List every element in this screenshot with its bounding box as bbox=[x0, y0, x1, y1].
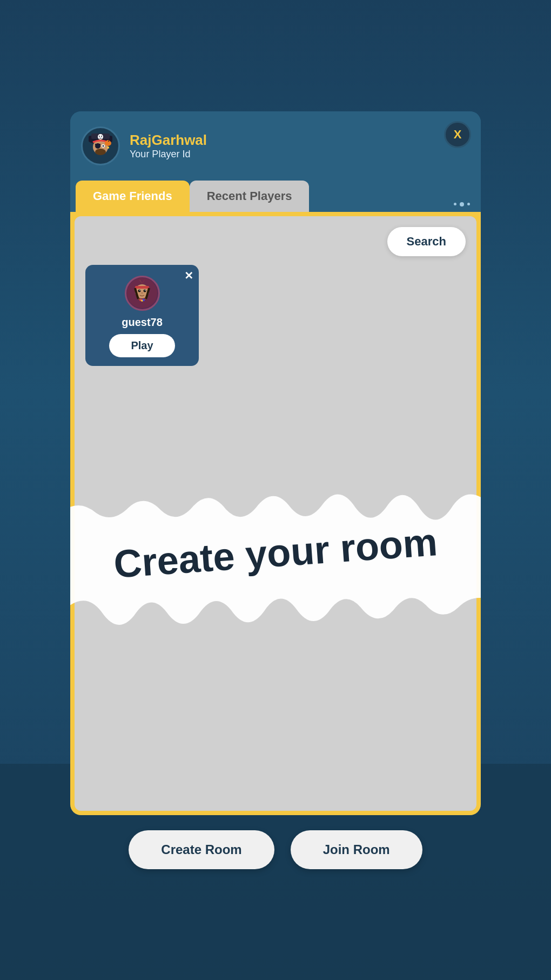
svg-point-20 bbox=[138, 290, 141, 292]
friend-avatar bbox=[125, 276, 160, 311]
tab-game-friends[interactable]: Game Friends bbox=[76, 181, 190, 212]
svg-point-11 bbox=[102, 145, 104, 147]
modal-header: RajGarhwal Your Player Id bbox=[70, 111, 481, 181]
torn-paper-wrapper: Create your room bbox=[75, 478, 476, 629]
svg-point-15 bbox=[106, 140, 110, 143]
svg-point-13 bbox=[107, 146, 109, 149]
svg-point-16 bbox=[108, 141, 109, 142]
svg-point-6 bbox=[101, 136, 102, 137]
svg-point-27 bbox=[143, 299, 145, 301]
dot-2 bbox=[460, 202, 464, 206]
close-icon: X bbox=[454, 128, 462, 142]
modal: X bbox=[70, 111, 481, 815]
create-room-button[interactable]: Create Room bbox=[129, 830, 274, 869]
svg-point-23 bbox=[145, 290, 146, 291]
player-id-label: Your Player Id bbox=[130, 149, 207, 160]
card-close-button[interactable]: ✕ bbox=[184, 270, 193, 281]
svg-point-12 bbox=[95, 149, 106, 155]
tabs-container: Game Friends Recent Players bbox=[70, 181, 481, 212]
header-text: RajGarhwal Your Player Id bbox=[130, 132, 207, 160]
search-button[interactable]: Search bbox=[387, 227, 466, 256]
player-name: RajGarhwal bbox=[130, 132, 207, 149]
avatar bbox=[81, 126, 120, 165]
friend-name: guest78 bbox=[122, 316, 163, 329]
svg-point-21 bbox=[144, 290, 146, 292]
bottom-buttons: Create Room Join Room bbox=[129, 830, 422, 869]
svg-point-22 bbox=[139, 290, 140, 291]
dot-3 bbox=[467, 203, 470, 205]
svg-point-5 bbox=[99, 136, 100, 137]
friend-card: ✕ bbox=[85, 265, 199, 366]
svg-rect-19 bbox=[135, 286, 149, 289]
join-room-button[interactable]: Join Room bbox=[291, 830, 422, 869]
svg-point-24 bbox=[141, 292, 143, 294]
play-button[interactable]: Play bbox=[109, 334, 174, 357]
tab-dots bbox=[454, 202, 470, 212]
content-inner: Search ✕ bbox=[75, 216, 476, 811]
app-container: X bbox=[70, 111, 481, 869]
close-button[interactable]: X bbox=[444, 121, 471, 148]
content-panel: Search ✕ bbox=[70, 212, 481, 815]
dot-1 bbox=[454, 203, 456, 205]
tab-recent-players[interactable]: Recent Players bbox=[190, 181, 310, 212]
